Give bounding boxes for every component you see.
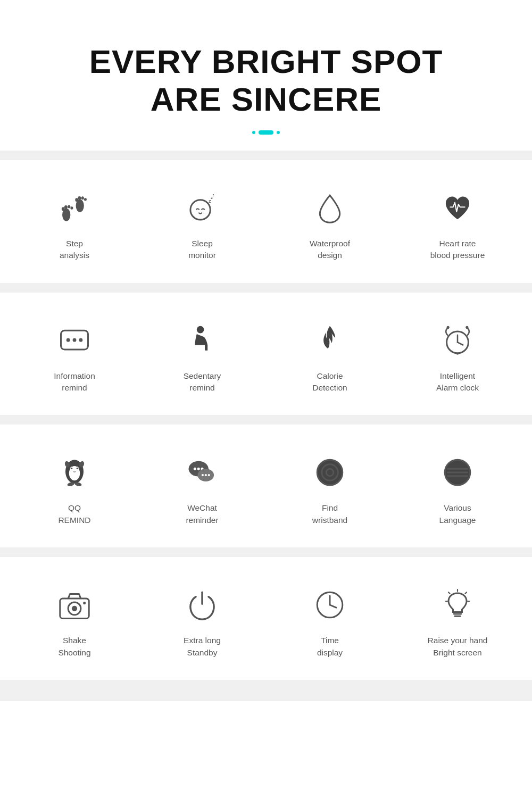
svg-point-16 [73, 338, 77, 342]
chat-icon [53, 319, 96, 362]
svg-point-51 [72, 606, 77, 611]
svg-point-52 [83, 602, 86, 604]
target-icon [309, 451, 351, 494]
camera-icon [53, 584, 96, 626]
svg-point-10 [190, 200, 210, 219]
clock-icon [309, 584, 351, 626]
feature-label-shake-shooting: ShakeShooting [58, 635, 90, 659]
svg-line-61 [448, 593, 450, 594]
flame-icon [309, 319, 351, 362]
feature-item-wechat-reminder: WeChatreminder [138, 440, 266, 531]
feature-label-sedentary-remind: Sedentaryremind [184, 370, 221, 394]
feature-item-alarm-clock: IntelligentAlarm clock [394, 309, 521, 400]
feature-item-time-display: Timedisplay [266, 573, 394, 664]
features-row-3: QQREMIND WeChatreminder Findwristband Va… [0, 425, 532, 547]
feature-item-waterproof-design: Waterproofdesign [266, 176, 394, 267]
page-wrapper: EVERY BRIGHT SPOT ARE SINCERE Stepanalys… [0, 0, 532, 701]
svg-point-28 [71, 468, 73, 470]
feature-item-shake-shooting: ShakeShooting [11, 573, 138, 664]
divider-top-1 [0, 151, 532, 160]
svg-point-9 [84, 198, 87, 201]
svg-point-29 [77, 468, 78, 470]
header-title: EVERY BRIGHT SPOT ARE SINCERE [21, 43, 511, 119]
svg-point-23 [466, 326, 468, 328]
svg-point-44 [326, 469, 334, 477]
feature-item-qq-remind: QQREMIND [11, 440, 138, 531]
feature-label-extra-standby: Extra longStandby [184, 635, 221, 659]
svg-text:Z: Z [209, 198, 211, 203]
feature-item-find-wristband: Findwristband [266, 440, 394, 531]
divider-4 [0, 547, 532, 557]
feature-label-time-display: Timedisplay [317, 635, 343, 659]
feature-item-extra-standby: Extra longStandby [138, 573, 266, 664]
feature-item-sedentary-remind: Sedentaryremind [138, 309, 266, 400]
feature-label-waterproof-design: Waterproofdesign [310, 238, 350, 262]
feature-item-step-analysis: Stepanalysis [11, 176, 138, 267]
features-row-2: Informationremind Sedentaryremind Calori… [0, 293, 532, 415]
drop-icon [309, 187, 351, 229]
feature-item-heart-rate: Heart rateblood pressure [394, 176, 521, 267]
dot-1 [252, 131, 255, 134]
svg-point-18 [197, 326, 204, 333]
feature-label-heart-rate: Heart rateblood pressure [430, 238, 485, 262]
feature-label-sleep-monitor: Sleepmonitor [188, 238, 216, 262]
feet-icon [53, 187, 96, 229]
features-row-1: Stepanalysis Z Z Z Sleepmonitor Waterpro… [0, 160, 532, 283]
dot-2 [259, 130, 273, 135]
svg-point-4 [70, 206, 73, 209]
svg-point-3 [68, 205, 70, 208]
feature-label-various-language: VariousLanguage [439, 502, 476, 526]
svg-point-2 [64, 205, 68, 209]
alarm-icon [436, 319, 479, 362]
wechat-icon [181, 451, 223, 494]
feature-label-raise-hand: Raise your handBright screen [428, 635, 488, 659]
feature-label-qq-remind: QQREMIND [58, 502, 90, 526]
svg-line-21 [458, 342, 463, 345]
features-row-4: ShakeShooting Extra longStandby Timedisp… [0, 557, 532, 680]
feature-item-calorie-detection: CalorieDetection [266, 309, 394, 400]
sedentary-icon [181, 319, 223, 362]
feature-label-alarm-clock: IntelligentAlarm clock [436, 370, 479, 394]
divider-3 [0, 415, 532, 425]
svg-text:Z: Z [213, 194, 214, 196]
svg-point-22 [447, 326, 450, 328]
qq-icon [53, 451, 96, 494]
svg-point-15 [66, 338, 70, 342]
feature-label-find-wristband: Findwristband [312, 502, 347, 526]
svg-point-1 [62, 207, 65, 211]
svg-point-6 [75, 198, 78, 202]
feature-item-info-remind: Informationremind [11, 309, 138, 400]
svg-point-41 [208, 474, 210, 476]
svg-point-36 [197, 468, 200, 470]
header-dots [21, 130, 511, 135]
svg-point-17 [79, 338, 83, 342]
svg-point-7 [78, 196, 81, 200]
feature-label-wechat-reminder: WeChatreminder [186, 502, 218, 526]
sleep-icon: Z Z Z [181, 187, 223, 229]
feature-label-step-analysis: Stepanalysis [60, 238, 89, 262]
heartrate-icon [436, 187, 479, 229]
svg-line-62 [465, 593, 467, 594]
feature-label-info-remind: Informationremind [54, 370, 95, 394]
svg-point-40 [205, 474, 207, 476]
header: EVERY BRIGHT SPOT ARE SINCERE [0, 0, 532, 151]
divider-bottom [0, 680, 532, 701]
feature-item-various-language: VariousLanguage [394, 440, 521, 531]
menu-icon [436, 451, 479, 494]
feature-item-sleep-monitor: Z Z Z Sleepmonitor [138, 176, 266, 267]
power-icon [181, 584, 223, 626]
dot-3 [277, 131, 280, 134]
bulb-icon [436, 584, 479, 626]
svg-point-35 [194, 468, 196, 470]
feature-label-calorie-detection: CalorieDetection [312, 370, 347, 394]
feature-item-raise-hand: Raise your handBright screen [394, 573, 521, 664]
svg-line-55 [330, 605, 336, 608]
divider-2 [0, 283, 532, 293]
svg-point-39 [202, 474, 204, 476]
svg-point-8 [81, 196, 84, 200]
